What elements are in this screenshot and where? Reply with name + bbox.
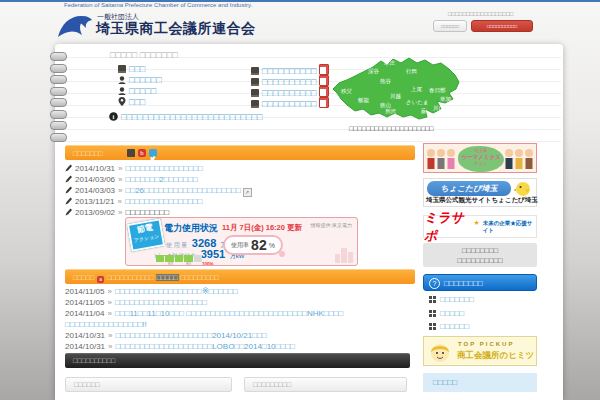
sidebar-link[interactable]: □□□□□□ — [440, 322, 469, 331]
sidebar-bottom-body — [423, 392, 537, 400]
notebook-link[interactable]: □□□□□□ — [129, 75, 162, 85]
star-icon: ★ — [473, 219, 479, 227]
news-date: 2014/10/31 — [75, 164, 115, 173]
org-logo-mark[interactable] — [57, 11, 93, 39]
notebook-row: □□□ — [118, 64, 145, 74]
spiral-binding-icon — [50, 110, 67, 119]
notebook-link[interactable]: □□□□□ — [129, 86, 156, 96]
twitter-icon[interactable] — [149, 149, 157, 157]
person-icon — [118, 76, 126, 84]
sidebar-gray-note: □□□□□□□□ □□□□□□□□□□ — [423, 243, 537, 267]
news-secondary-bar: □□□□□ a □□□□□□□□□□□ □□□□□ □□□□□□□□□ — [65, 269, 415, 284]
sidebar-link-row: □□□□□□ — [423, 321, 537, 332]
power-rate-value: 82 — [251, 238, 267, 252]
gauge-segment — [184, 255, 192, 262]
news-link[interactable]: □□□□□□□□□□□□□□□□!! — [65, 320, 147, 329]
notebook-info-row: i□□□□□□□□□□□□□□□□□□□□□□□□□□ — [109, 112, 262, 122]
banner-pickup[interactable]: TOP PICKUP 商工会議所のヒミツ — [423, 336, 537, 366]
footer-box-right[interactable]: □□□□□□□□□ — [244, 377, 407, 392]
map-city-label[interactable]: 川越 — [390, 93, 401, 100]
map-city-label[interactable]: 本庄 — [384, 60, 395, 67]
power-peak-value: 3951 — [201, 248, 225, 260]
saitama-map[interactable]: 本庄 深谷 行田 熊谷 秩父 飯能 川越 上尾 春日部 狭山 さいたま 草加 所… — [328, 55, 462, 121]
gauge-tick: 60 — [168, 262, 173, 266]
cartoon-face-icon — [428, 340, 452, 364]
footer-box-left[interactable]: □□□□□□ — [65, 377, 232, 392]
gauge-segment — [165, 255, 173, 262]
news-date: 2014/11/04 — [65, 309, 104, 318]
bar-label-part: □□□□□ — [73, 274, 94, 281]
spiral-binding-icon — [50, 87, 67, 96]
chevron-separator: » — [118, 175, 122, 184]
document-icon — [251, 89, 259, 97]
banner-womenomics[interactable]: 埼玉版 ウーマノミクス サイト — [423, 143, 537, 173]
person-icon — [118, 87, 126, 95]
map-city-label[interactable]: 行田 — [406, 68, 417, 75]
news-link[interactable]: □□□□□□□□□□□□□□□□□□※□□□□□□ — [115, 287, 238, 296]
map-city-label[interactable]: 草加 — [440, 96, 451, 103]
news-row: 2014/10/31»□□□□□□□□□□□□□□□□ — [65, 163, 420, 174]
map-city-label[interactable]: 熊谷 — [380, 78, 391, 85]
news-row-wrap: □□□□□□□□□□□□□□□□!! — [65, 319, 420, 330]
footer-box-label: □□□□□□□□□ — [253, 381, 291, 388]
news-row: 2014/11/05»□□□□□□□□□□□□□□□□□□※□□□□□□ — [65, 286, 420, 297]
map-city-label[interactable]: さいたま — [406, 99, 429, 106]
pickup-line2: 商工会議所のヒミツ — [457, 350, 534, 362]
sns-icon-dark[interactable] — [127, 149, 135, 157]
document-icon — [251, 100, 259, 108]
sidebar-link-row: □□□□□□□ — [423, 294, 537, 305]
notebook-link[interactable]: □□□ — [129, 97, 145, 107]
map-city-label[interactable]: 春日部 — [429, 87, 446, 94]
spiral-binding-icon — [50, 75, 67, 84]
map-city-label[interactable]: 飯能 — [358, 97, 369, 104]
news-link[interactable]: □□□□□□□2□□□□□□□ — [126, 175, 198, 184]
sidebar-link[interactable]: □□□□□□□ — [440, 295, 474, 304]
sidebar-bottom-header: □□□□□ — [423, 373, 537, 392]
map-city-label[interactable]: 深谷 — [368, 68, 379, 75]
blog-icon[interactable]: b — [138, 149, 146, 157]
chevron-separator: » — [107, 298, 111, 307]
chevron-separator: » — [118, 186, 122, 195]
svg-text:i: i — [113, 113, 115, 120]
news-link[interactable]: □□□□□□□□□□□□□□□□□□□ — [115, 298, 207, 307]
rss-icon[interactable]: a — [97, 276, 104, 283]
news-row: 2014/03/06»□□□□□□□2□□□□□□□ — [65, 174, 420, 185]
map-city-label[interactable]: 所沢 — [385, 108, 396, 115]
chevron-separator: » — [118, 164, 122, 173]
chevron-separator: » — [108, 342, 112, 351]
question-button[interactable]: ? □□□□□□□□ — [423, 274, 537, 291]
notebook-link[interactable]: □□□□□□□□□□ — [262, 99, 316, 109]
news-link[interactable]: □□□□□□□□□□□□□□□□□□□□LOBO□□2014□10□□□□ — [116, 342, 295, 351]
news-link[interactable]: □□□□□□□□□□□□□□□□ — [126, 164, 203, 173]
spiral-binding-icon — [50, 64, 67, 73]
header-secondary-button[interactable]: □□□□□□ — [433, 20, 467, 32]
map-city-label[interactable]: 上尾 — [411, 86, 422, 93]
news-link[interactable]: □□26□□□□□□□□□□□□□□□□□□□□ — [126, 186, 241, 195]
map-city-label[interactable]: 秩父 — [341, 88, 352, 95]
news-primary-bar: □□□□□□□ b — [65, 145, 415, 160]
map-city-label[interactable]: 川口 — [433, 105, 444, 112]
gauge-segment — [156, 255, 164, 262]
info-link[interactable]: □□□□□□□□□□□□□□□□□□□□□□□□□□ — [121, 112, 262, 122]
map-city-label[interactable]: 蕨 — [421, 108, 427, 115]
chevron-separator: » — [108, 331, 112, 340]
womenomics-map-blob: 埼玉版 ウーマノミクス サイト — [458, 146, 504, 172]
mirasapo-title: ミラサポ — [424, 209, 470, 245]
question-icon: ? — [429, 278, 440, 289]
banner-chocotabi[interactable]: ちょこたび埼玉 埼玉県公式観光サイトちょこたび埼玉 — [423, 178, 537, 207]
news-secondary-bar-label: □□□□□ a □□□□□□□□□□□ □□□□□ □□□□□□□□□ — [73, 273, 219, 283]
news-link[interactable]: □□□11□□11□10□□□ □□□□□□□□□□□□□□□□□□□□□□□□… — [115, 309, 343, 318]
notebook-link[interactable]: □□□ — [129, 64, 145, 74]
cartoon-people-left — [426, 148, 456, 170]
news-date: 2014/11/05 — [65, 287, 104, 296]
dark-section-bar: □□□□□□□□□□ — [65, 353, 410, 368]
banner-mirasapo[interactable]: ミラサポ ★ 未来の企業★応援サイト — [423, 215, 537, 238]
news-link[interactable]: □□□□□□□□□□□□□□□□□□□□2014/10/21□□□ — [116, 331, 267, 340]
gauge-tick: 100% — [202, 262, 214, 266]
news-link[interactable]: □□□□□□□□□□□□□□□□ — [125, 197, 202, 206]
sidebar-link-row: □□□□□ — [423, 308, 537, 319]
womenomics-line3: サイト — [458, 161, 504, 167]
news-row: 2014/11/04»□□□11□□11□10□□□ □□□□□□□□□□□□□… — [65, 308, 420, 319]
sidebar-link[interactable]: □□□□□ — [440, 309, 464, 318]
header-primary-button[interactable]: □□□□□□□□□□ — [471, 20, 533, 32]
